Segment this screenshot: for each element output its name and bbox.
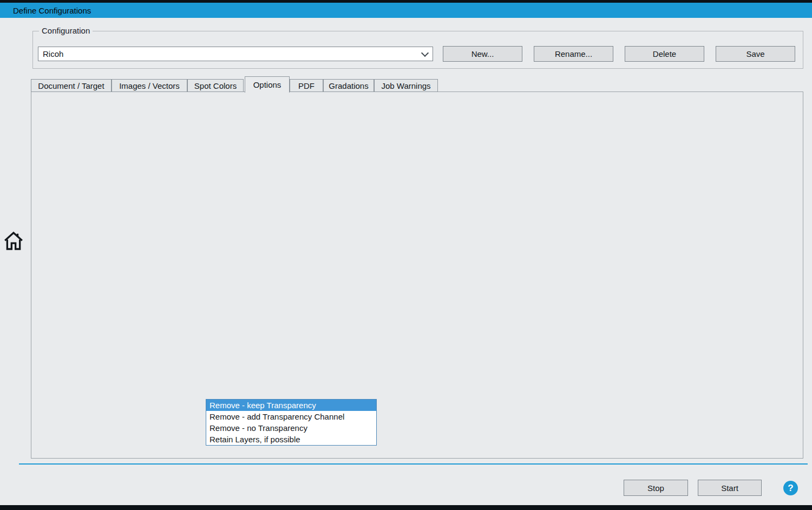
home-icon[interactable]	[3, 230, 24, 252]
window-titlebar: Define Configurations	[0, 3, 812, 18]
tab-job-warnings[interactable]: Job Warnings	[374, 79, 438, 92]
delete-button[interactable]: Delete	[625, 46, 704, 62]
rename-button[interactable]: Rename...	[534, 46, 613, 62]
footer-separator	[19, 463, 808, 465]
new-button[interactable]: New...	[443, 46, 522, 62]
layers-dropdown-list: Remove - keep Transparency Remove - add …	[206, 399, 377, 446]
layers-option-2[interactable]: Remove - no Transparency	[206, 422, 376, 434]
help-icon[interactable]: ?	[783, 481, 798, 495]
tab-pdf[interactable]: PDF	[290, 79, 323, 92]
define-configurations-window: Define Configurations Configuration Rico…	[0, 0, 812, 510]
layers-option-0[interactable]: Remove - keep Transparency	[206, 400, 376, 411]
save-button[interactable]: Save	[716, 46, 795, 62]
layers-option-1[interactable]: Remove - add Transparency Channel	[206, 411, 376, 422]
configuration-select[interactable]: Ricoh	[38, 47, 433, 61]
tab-document-target[interactable]: Document / Target	[31, 79, 112, 92]
stop-button[interactable]: Stop	[624, 480, 688, 496]
tab-spot-colors[interactable]: Spot Colors	[187, 79, 244, 92]
start-button[interactable]: Start	[698, 480, 762, 496]
layers-option-3[interactable]: Retain Layers, if possible	[206, 434, 376, 445]
tab-gradations[interactable]: Gradations	[323, 79, 374, 92]
options-tab-panel	[31, 91, 803, 459]
configuration-groupbox-label: Configuration	[39, 26, 93, 35]
chevron-down-icon	[421, 49, 429, 56]
tab-options[interactable]: Options	[245, 76, 290, 93]
configuration-select-value: Ricoh	[43, 49, 63, 58]
tab-images-vectors[interactable]: Images / Vectors	[112, 79, 187, 92]
window-title: Define Configurations	[13, 6, 91, 15]
